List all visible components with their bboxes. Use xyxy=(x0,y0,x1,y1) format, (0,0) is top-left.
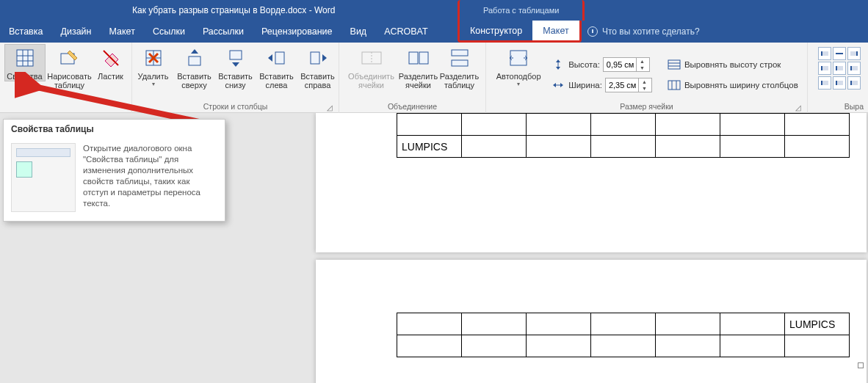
merge-cells-icon xyxy=(360,46,383,70)
group-table: Свойства Нарисовать таблицу Ластик xyxy=(0,43,132,113)
insert-left-button[interactable]: Вставить слева xyxy=(256,44,297,90)
group-alignment: Выра xyxy=(808,43,868,113)
eraser-label: Ластик xyxy=(98,72,123,81)
group-cell-size-label: Размер ячейки ◿ xyxy=(489,101,804,113)
tooltip-thumbnail xyxy=(11,143,76,212)
align-bot-left[interactable] xyxy=(818,76,831,90)
tab-view[interactable]: Вид xyxy=(341,21,376,43)
insert-below-label: Вставить снизу xyxy=(218,72,253,90)
merge-cells-label: Объединить ячейки xyxy=(348,72,394,90)
split-table-label: Разделить таблицу xyxy=(440,72,479,90)
tab-review[interactable]: Рецензирование xyxy=(253,21,341,43)
insert-above-icon xyxy=(183,46,206,70)
eraser-button[interactable]: Ластик xyxy=(94,44,128,81)
insert-below-icon xyxy=(224,46,247,70)
group-merge: Объединить ячейки Разделить ячейки Разде… xyxy=(339,43,486,113)
bulb-icon xyxy=(587,26,598,37)
chevron-down-icon: ▾ xyxy=(152,82,155,87)
draw-table-button[interactable]: Нарисовать таблицу xyxy=(46,44,94,90)
tab-layout[interactable]: Макет xyxy=(101,21,144,43)
delete-button[interactable]: Удалить ▾ xyxy=(133,44,174,87)
svg-rect-28 xyxy=(668,81,680,90)
properties-label: Свойства xyxy=(7,72,42,81)
window-title: Как убрать разрыв страницы в Ворде.docx … xyxy=(0,5,868,15)
table-cell-lumpics[interactable]: LUMPICS xyxy=(397,136,462,158)
dialog-launcher-icon[interactable]: ◿ xyxy=(325,103,334,112)
col-width-control[interactable]: Ширина: ▲▼ xyxy=(551,77,652,93)
align-top-right[interactable] xyxy=(847,47,861,60)
width-input[interactable] xyxy=(606,80,638,90)
page-2[interactable]: LUMPICS xyxy=(316,260,867,383)
spin-up-icon[interactable]: ▲ xyxy=(637,58,648,65)
align-mid-left[interactable] xyxy=(818,62,831,75)
align-bot-center[interactable] xyxy=(833,76,846,90)
title-bar: Как убрать разрыв страницы в Ворде.docx … xyxy=(0,0,868,21)
autofit-button[interactable]: Автоподбор ▾ xyxy=(492,44,545,101)
row-height-control[interactable]: Высота: ▲▼ xyxy=(551,56,652,73)
svg-rect-14 xyxy=(275,52,284,64)
insert-above-button[interactable]: Вставить сверху xyxy=(174,44,215,90)
contextual-tabs: Конструктор Макет xyxy=(457,21,582,43)
height-icon xyxy=(551,59,565,70)
tell-me-box[interactable]: Что вы хотите сделать? xyxy=(587,21,700,43)
align-top-center[interactable] xyxy=(833,47,846,60)
group-table-label xyxy=(3,101,129,113)
split-table-button[interactable]: Разделить таблицу xyxy=(439,44,480,90)
doc-table-2[interactable]: LUMPICS xyxy=(397,313,850,357)
tab-table-layout[interactable]: Макет xyxy=(532,21,579,40)
distribute-cols-label: Выровнять ширину столбцов xyxy=(684,81,798,90)
tooltip-properties: Свойства таблицы Открытие диалогового ок… xyxy=(3,119,225,222)
spin-up-icon[interactable]: ▲ xyxy=(639,79,650,85)
split-cells-label: Разделить ячейки xyxy=(399,72,438,90)
merge-cells-button[interactable]: Объединить ячейки xyxy=(345,44,398,90)
width-spinner[interactable]: ▲▼ xyxy=(605,78,652,92)
table-cell-lumpics[interactable]: LUMPICS xyxy=(785,313,850,335)
split-cells-button[interactable]: Разделить ячейки xyxy=(398,44,439,90)
tab-references[interactable]: Ссылки xyxy=(144,21,194,43)
insert-right-label: Вставить справа xyxy=(300,72,335,90)
align-top-left[interactable] xyxy=(818,47,831,60)
page-1[interactable]: LUMPICS xyxy=(316,113,867,252)
insert-right-button[interactable]: Вставить справа xyxy=(297,44,339,90)
svg-rect-13 xyxy=(230,51,242,59)
group-rows-cols: Удалить ▾ Вставить сверху Вставить снизу xyxy=(132,43,339,113)
tell-me-text: Что вы хотите сделать? xyxy=(602,26,700,37)
spin-down-icon[interactable]: ▼ xyxy=(639,85,650,92)
tooltip-text: Открытие диалогового окна "Свойства табл… xyxy=(83,143,217,212)
insert-left-icon xyxy=(265,46,289,70)
distribute-rows-button[interactable]: Выровнять высоту строк xyxy=(667,56,798,73)
alignment-grid xyxy=(818,47,861,90)
tab-insert[interactable]: Вставка xyxy=(0,21,51,43)
properties-icon xyxy=(13,46,37,70)
contextual-tab-title: Работа с таблицами xyxy=(457,0,585,21)
width-icon xyxy=(551,79,565,91)
spin-down-icon[interactable]: ▼ xyxy=(637,65,648,71)
group-cell-size: Автоподбор ▾ Высота: ▲▼ Ширина: xyxy=(486,43,808,113)
tab-acrobat[interactable]: ACROBAT xyxy=(375,21,437,43)
dialog-launcher-icon[interactable]: ◿ xyxy=(794,103,803,112)
document-area: LUMPICS LUMPICS xyxy=(229,113,868,383)
insert-below-button[interactable]: Вставить снизу xyxy=(215,44,256,90)
autofit-label: Автоподбор xyxy=(496,72,541,81)
width-label: Ширина: xyxy=(568,81,602,90)
svg-rect-19 xyxy=(419,52,428,64)
svg-rect-18 xyxy=(409,52,418,64)
doc-table-1[interactable]: LUMPICS xyxy=(397,113,850,158)
tab-design[interactable]: Дизайн xyxy=(51,21,100,43)
insert-left-label: Вставить слева xyxy=(259,72,294,90)
tab-mailings[interactable]: Рассылки xyxy=(194,21,253,43)
height-input[interactable] xyxy=(604,59,636,70)
align-bot-right[interactable] xyxy=(847,76,861,90)
align-mid-right[interactable] xyxy=(847,62,861,75)
group-merge-label: Объединение xyxy=(342,101,482,113)
align-mid-center[interactable] xyxy=(833,62,846,75)
tab-table-design[interactable]: Конструктор xyxy=(460,21,532,40)
svg-rect-25 xyxy=(668,60,680,69)
properties-button[interactable]: Свойства xyxy=(4,44,46,81)
svg-rect-20 xyxy=(452,50,468,56)
svg-rect-15 xyxy=(311,52,319,64)
svg-rect-21 xyxy=(452,60,468,66)
distribute-cols-button[interactable]: Выровнять ширину столбцов xyxy=(667,77,798,93)
height-spinner[interactable]: ▲▼ xyxy=(603,57,650,72)
pencil-icon xyxy=(58,46,82,70)
